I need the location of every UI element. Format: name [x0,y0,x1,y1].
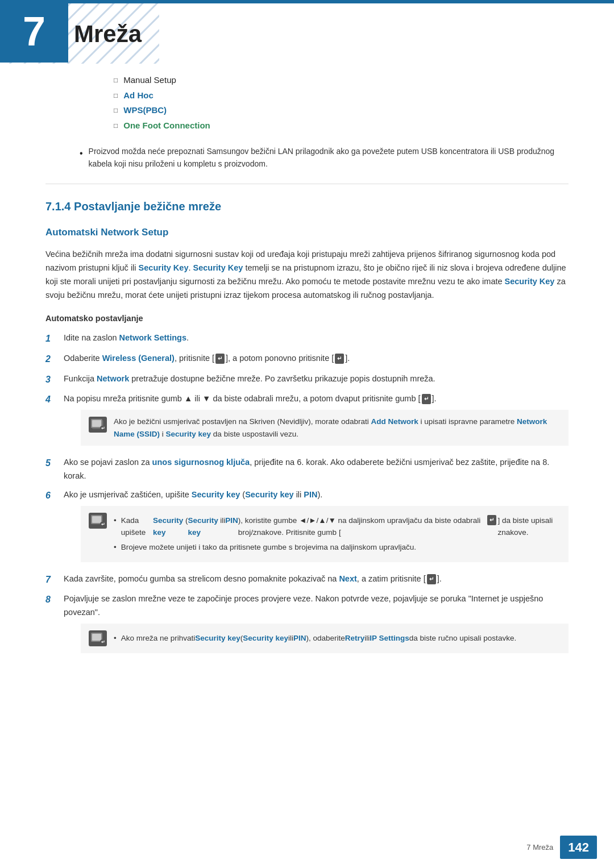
header-title-area: Mreža [74,16,142,52]
steps-list: 1 Idite na zaslon Network Settings. 2 Od… [45,331,569,657]
step-6-bullets: Kada upišete Security key (Security key … [114,515,561,554]
menu-item-manual: Manual Setup [114,74,569,87]
step-8-note: ↵ Ako mreža ne prihvati Security key (Se… [81,624,569,653]
svg-text:↵: ↵ [101,426,105,430]
main-content: Manual Setup Ad Hoc WPS(PBC) One Foot Co… [0,0,614,697]
section-714-heading: 7.1.4 Postavljanje bežične mreže [45,198,569,215]
svg-text:↵: ↵ [101,522,105,526]
chapter-number: 7 [23,11,45,52]
bullet-6-2: Brojeve možete unijeti i tako da pritisn… [114,542,561,554]
header-number-block: 7 [0,0,68,63]
section-divider [45,184,569,184]
menu-list: Manual Setup Ad Hoc WPS(PBC) One Foot Co… [114,74,569,132]
note-usb: Proizvod možda neće prepoznati Samsungov… [80,146,569,170]
step-4: 4 Na popisu mreža pritisnite gumb ▲ ili … [45,392,569,450]
header-stripe [0,0,614,3]
step-3: 3 Funkcija Network pretražuje dostupne b… [45,372,569,387]
step-8-bullets: Ako mreža ne prihvati Security key (Secu… [114,633,516,645]
small-heading-auto: Automatsko postavljanje [45,313,569,325]
svg-rect-12 [92,634,101,641]
svg-rect-4 [92,420,101,427]
menu-item-adhoc: Ad Hoc [114,89,569,102]
step-6: 6 Ako je usmjerivač zaštićen, upišite Se… [45,488,569,567]
page-title: Mreža [74,16,142,52]
step-8: 8 Pojavljuje se zaslon mrežne veze te za… [45,592,569,657]
svg-rect-8 [92,516,101,523]
note-icon-8: ↵ [89,630,107,646]
note-icon-6: ↵ [89,513,107,529]
step-4-note: ↵ Ako je bežični usmjerivač postavljen n… [81,410,569,446]
footer-page-number: 142 [560,836,597,859]
footer: 7 Mreža 142 [526,836,597,859]
bullet-6-1: Kada upišete Security key (Security key … [114,515,561,539]
note-icon-4: ↵ [89,417,107,433]
step-1: 1 Idite na zaslon Network Settings. [45,331,569,346]
step-7: 7 Kada završite, pomoću gumba sa strelic… [45,572,569,587]
body-paragraph: Većina bežičnih mreža ima dodatni sigurn… [45,248,569,302]
footer-text: 7 Mreža [526,842,553,853]
step-6-note: ↵ Kada upišete Security key (Security ke… [81,506,569,562]
sub-heading-auto: Automatski Network Setup [45,225,569,240]
menu-item-wps: WPS(PBC) [114,104,569,117]
step-2: 2 Odaberite Wireless (General), pritisni… [45,352,569,367]
svg-text:↵: ↵ [101,639,105,644]
menu-item-onefoot: One Foot Connection [114,119,569,132]
bullet-8-1: Ako mreža ne prihvati Security key (Secu… [114,633,516,645]
step-5: 5 Ako se pojavi zaslon za unos sigurnosn… [45,456,569,482]
